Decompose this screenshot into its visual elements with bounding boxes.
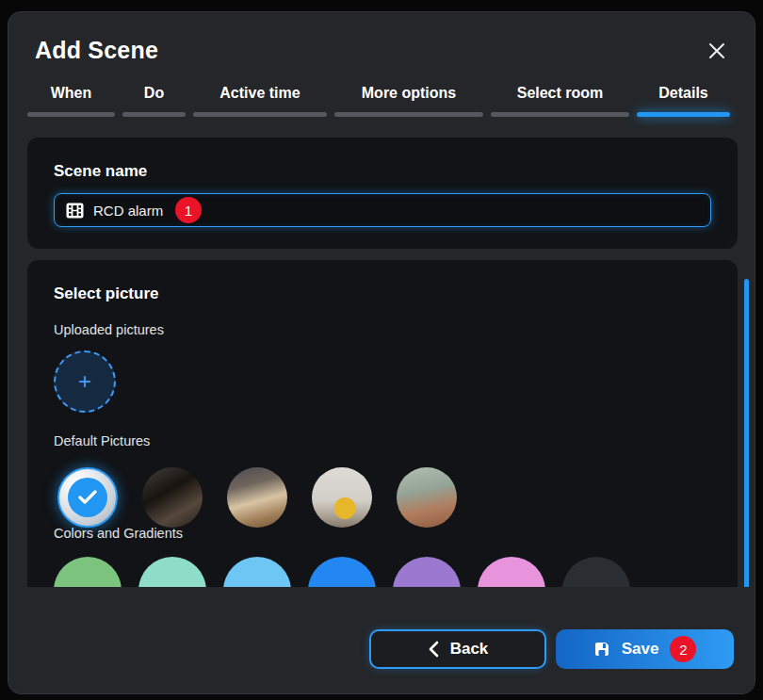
tab-label: When: [51, 83, 92, 104]
dialog-title: Add Scene: [35, 37, 158, 64]
dialog-footer: Back Save 2: [8, 599, 755, 693]
add-scene-dialog: Add Scene WhenDoActive timeMore optionsS…: [8, 11, 755, 694]
color-swatch-e794dc[interactable]: [478, 557, 545, 587]
tab-underline: [491, 112, 629, 117]
save-button[interactable]: Save 2: [556, 629, 734, 669]
tab-active-time[interactable]: Active time: [193, 83, 327, 117]
thumbnail-image: [227, 467, 287, 528]
selected-check-icon: [68, 478, 107, 517]
color-swatch-6ec6f5[interactable]: [223, 557, 291, 587]
color-swatch-7cc47e[interactable]: [54, 557, 122, 587]
thumbnail-image: [397, 467, 457, 528]
thumbnail-image: [142, 467, 203, 528]
back-button-label: Back: [450, 640, 489, 659]
annotation-badge-1: 1: [175, 197, 202, 223]
tab-label: Select room: [517, 83, 604, 104]
colors-gradients-label: Colors and Gradients: [54, 526, 711, 541]
dialog-content: Scene name 1 Select picture Uploaded pic…: [8, 138, 755, 587]
tab-more-options[interactable]: More options: [334, 83, 483, 117]
scene-name-label: Scene name: [54, 162, 711, 181]
default-pictures-row: [54, 464, 711, 531]
picture-thumbnail-yellow-armchair-room[interactable]: [308, 464, 376, 531]
close-button[interactable]: [704, 38, 730, 64]
scrollbar-thumb[interactable]: [744, 279, 749, 587]
tab-underline: [122, 112, 186, 117]
picture-thumbnail-dark-bedroom[interactable]: [138, 464, 206, 531]
tab-label: More options: [362, 83, 456, 104]
save-icon: [593, 641, 610, 658]
more-colors-button[interactable]: +10: [562, 557, 630, 587]
save-button-label: Save: [622, 640, 659, 659]
plus-icon: +: [78, 368, 91, 395]
color-swatch-8eddc8[interactable]: [138, 557, 206, 587]
picture-thumbnail-kitchen[interactable]: [223, 464, 291, 531]
tab-underline: [193, 112, 327, 117]
uploaded-pictures-label: Uploaded pictures: [54, 322, 711, 337]
colors-row: +10: [54, 557, 711, 587]
tab-bar: WhenDoActive timeMore optionsSelect room…: [8, 83, 755, 117]
color-swatch-2387f2[interactable]: [308, 557, 376, 587]
tab-underline: [27, 112, 115, 117]
back-button[interactable]: Back: [369, 629, 546, 669]
scene-name-input[interactable]: [93, 203, 545, 219]
select-picture-title: Select picture: [54, 285, 711, 303]
tab-label: Details: [658, 83, 707, 104]
upload-picture-button[interactable]: +: [54, 350, 116, 413]
select-picture-card: Select picture Uploaded pictures + Defau…: [27, 260, 738, 587]
tab-label: Active time: [219, 83, 300, 104]
tab-label: Do: [144, 83, 164, 104]
picture-thumbnail-bright-bedroom[interactable]: [54, 464, 122, 531]
default-pictures-label: Default Pictures: [54, 433, 711, 448]
chevron-left-icon: [428, 641, 439, 658]
dialog-header: Add Scene: [8, 12, 755, 64]
tab-underline: [334, 112, 483, 117]
scene-name-field[interactable]: 1: [54, 193, 711, 227]
tab-details[interactable]: Details: [637, 83, 730, 117]
tab-do[interactable]: Do: [122, 83, 186, 117]
annotation-badge-2: 2: [670, 636, 696, 662]
tab-when[interactable]: When: [27, 83, 115, 117]
scene-name-card: Scene name 1: [27, 138, 738, 249]
scrollbar[interactable]: [744, 279, 749, 587]
picture-thumbnail-living-room[interactable]: [393, 464, 461, 531]
scene-filmstrip-icon: [66, 203, 84, 219]
thumbnail-image: [312, 467, 372, 528]
color-swatch-9b79d0[interactable]: [393, 557, 461, 587]
tab-select-room[interactable]: Select room: [491, 83, 629, 117]
tab-underline: [637, 112, 730, 117]
close-icon: [706, 41, 727, 61]
